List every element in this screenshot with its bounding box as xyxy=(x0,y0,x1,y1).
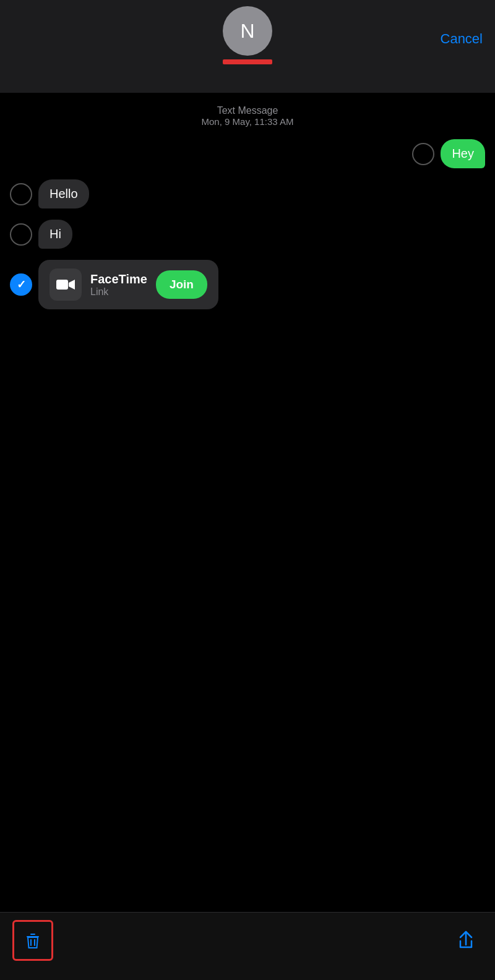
received-bubble-hello: Hello xyxy=(38,179,89,208)
cancel-button[interactable]: Cancel xyxy=(441,31,483,47)
select-circle-hey[interactable] xyxy=(412,143,434,165)
date-header: Text Message Mon, 9 May, 11:33 AM xyxy=(10,105,485,127)
header-center: N xyxy=(223,6,272,64)
select-circle-facetime[interactable]: ✓ xyxy=(10,273,32,296)
avatar-underline xyxy=(223,59,272,64)
video-camera-icon xyxy=(56,278,75,291)
facetime-text-block: FaceTime Link xyxy=(90,272,147,298)
message-row: Hi xyxy=(10,220,485,249)
facetime-bubble: FaceTime Link Join xyxy=(38,260,218,309)
share-icon xyxy=(454,929,478,952)
bottom-toolbar xyxy=(0,912,495,980)
message-row: Hey xyxy=(10,139,485,168)
sent-bubble-hey: Hey xyxy=(441,139,485,168)
delete-button[interactable] xyxy=(17,924,49,956)
select-circle-hello[interactable] xyxy=(10,183,32,205)
received-bubble-hi: Hi xyxy=(38,220,72,249)
checkmark-icon: ✓ xyxy=(17,278,26,291)
trash-icon xyxy=(22,929,44,952)
delete-button-wrapper xyxy=(12,920,53,961)
svg-rect-0 xyxy=(56,280,68,290)
share-button[interactable] xyxy=(449,924,483,957)
conversation-area: Text Message Mon, 9 May, 11:33 AM Hey He… xyxy=(0,93,495,333)
message-date: Mon, 9 May, 11:33 AM xyxy=(10,116,485,127)
facetime-video-icon-wrapper xyxy=(50,269,82,301)
header: N Cancel xyxy=(0,0,495,93)
join-button[interactable]: Join xyxy=(156,270,207,299)
message-row-facetime: ✓ FaceTime Link Join xyxy=(10,260,485,309)
facetime-title: FaceTime xyxy=(90,272,147,286)
select-circle-hi[interactable] xyxy=(10,223,32,246)
message-type-label: Text Message xyxy=(10,105,485,116)
svg-rect-2 xyxy=(30,934,35,935)
avatar: N xyxy=(223,6,272,56)
facetime-subtitle: Link xyxy=(90,286,147,298)
message-row: Hello xyxy=(10,179,485,208)
